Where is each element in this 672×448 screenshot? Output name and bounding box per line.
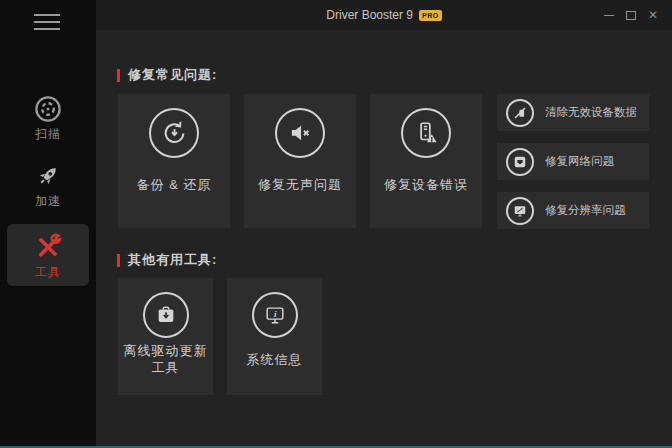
sidebar-item-label: 加速	[35, 193, 61, 210]
menu-button[interactable]	[34, 14, 60, 34]
card-label: 系统信息	[227, 336, 322, 384]
card-fix-no-sound[interactable]: 修复无声问题	[244, 94, 356, 228]
button-fix-resolution-problem[interactable]: 修复分辨率问题	[497, 192, 649, 229]
heading-accent-bar	[117, 254, 120, 267]
screen-resolution-icon	[506, 197, 534, 225]
card-backup-restore[interactable]: 备份 & 还原	[118, 94, 230, 228]
sidebar-item-label: 扫描	[35, 126, 61, 143]
sidebar-item-boost[interactable]: 加速	[7, 153, 89, 211]
restore-icon	[149, 108, 199, 158]
minimize-button[interactable]	[598, 0, 620, 30]
section-heading-common-fixes: 修复常见问题:	[117, 66, 217, 84]
card-system-information[interactable]: i 系统信息	[227, 278, 322, 395]
maximize-icon	[626, 11, 636, 20]
close-icon: ✕	[648, 9, 658, 21]
app-window: Driver Booster 9 PRO ✕ 扫描	[0, 0, 672, 448]
offline-driver-box-icon	[143, 292, 189, 338]
minimize-icon	[604, 15, 614, 16]
button-label: 修复分辨率问题	[545, 203, 626, 218]
network-port-icon	[506, 148, 534, 176]
muted-speaker-icon	[275, 108, 325, 158]
sidebar-item-label: 工具	[35, 264, 61, 281]
tools-icon	[33, 230, 63, 264]
heading-accent-bar	[117, 69, 120, 82]
device-error-icon	[401, 108, 451, 158]
sidebar-item-tools-active[interactable]: 工具	[7, 224, 89, 286]
maximize-button[interactable]	[620, 0, 642, 30]
app-title: Driver Booster 9	[326, 8, 413, 22]
scan-icon	[33, 92, 63, 126]
card-label: 离线驱动更新工具	[118, 336, 213, 384]
pro-badge: PRO	[419, 10, 442, 21]
section-heading-other-tools: 其他有用工具:	[117, 251, 217, 269]
rocket-icon	[34, 159, 62, 193]
card-label: 修复无声问题	[244, 176, 356, 194]
titlebar: Driver Booster 9 PRO ✕	[96, 0, 672, 30]
close-button[interactable]: ✕	[642, 0, 664, 30]
sidebar: 扫描 加速	[0, 0, 96, 446]
svg-text:i: i	[274, 309, 277, 319]
button-label: 清除无效设备数据	[545, 105, 637, 120]
menu-icon	[34, 14, 60, 16]
button-clean-invalid-device-data[interactable]: 清除无效设备数据	[497, 94, 649, 131]
no-device-icon	[506, 99, 534, 127]
system-info-icon: i	[252, 292, 298, 338]
card-fix-device-error[interactable]: 修复设备错误	[370, 94, 482, 228]
card-label: 备份 & 还原	[118, 176, 230, 194]
card-label: 修复设备错误	[370, 176, 482, 194]
button-fix-network-problem[interactable]: 修复网络问题	[497, 143, 649, 180]
sidebar-item-scan[interactable]: 扫描	[7, 86, 89, 144]
card-offline-driver-updater[interactable]: 离线驱动更新工具	[118, 278, 213, 395]
button-label: 修复网络问题	[545, 154, 614, 169]
